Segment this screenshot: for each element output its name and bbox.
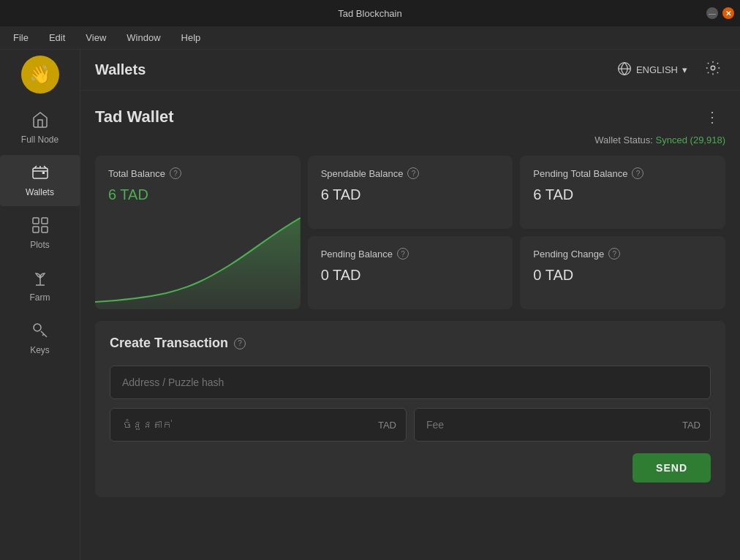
total-balance-label: Total Balance ? <box>108 167 287 179</box>
wallet-status-label: Wallet Status: <box>594 135 653 145</box>
pending-total-balance-label: Pending Total Balance ? <box>533 167 712 179</box>
svg-rect-3 <box>33 227 39 232</box>
menu-edit[interactable]: Edit <box>45 29 69 46</box>
top-bar-controls: ENGLISH ▾ <box>611 56 725 84</box>
transaction-header: Create Transaction ? <box>110 336 711 351</box>
sidebar-item-wallets[interactable]: Wallets <box>0 155 80 206</box>
menu-view[interactable]: View <box>81 29 110 46</box>
right-panel: Wallets ENGLISH ▾ <box>80 50 740 560</box>
spendable-balance-value: 6 TAD <box>321 186 500 203</box>
balance-grid: Total Balance ? 6 TAD <box>95 156 725 309</box>
content-area: Tad Wallet ⋮ Wallet Status: Synced (29,9… <box>80 91 740 560</box>
total-balance-value: 6 TAD <box>108 186 287 203</box>
pending-balance-card: Pending Balance ? 0 TAD <box>308 236 513 309</box>
sidebar-label-wallets: Wallets <box>26 187 54 197</box>
app-logo: 👋 <box>21 56 59 94</box>
transaction-title: Create Transaction <box>110 336 228 351</box>
amount-row: TAD TAD <box>110 408 711 442</box>
window-controls: — ✕ <box>706 7 734 19</box>
plots-icon <box>31 216 49 237</box>
pending-balance-help[interactable]: ? <box>397 248 409 260</box>
svg-point-7 <box>711 66 715 70</box>
balance-chart <box>95 214 301 309</box>
sidebar-item-full-node[interactable]: Full Node <box>0 102 80 154</box>
close-button[interactable]: ✕ <box>722 7 734 19</box>
amount-unit: TAD <box>378 420 396 431</box>
send-button[interactable]: SEND <box>633 453 711 483</box>
fee-unit: TAD <box>682 420 701 431</box>
wallet-status-value: Synced (29,918) <box>656 135 725 145</box>
full-node-icon <box>31 111 49 132</box>
menu-bar: File Edit View Window Help <box>0 26 740 50</box>
keys-icon <box>31 322 49 342</box>
language-icon <box>617 61 632 78</box>
wallet-title: Tad Wallet <box>95 107 174 126</box>
chevron-down-icon: ▾ <box>682 64 687 75</box>
sidebar-label-keys: Keys <box>30 345 50 355</box>
app-body: 👋 Full Node <box>0 50 740 560</box>
address-input-wrap <box>110 366 711 399</box>
send-row: SEND <box>110 453 711 483</box>
sidebar-label-full-node: Full Node <box>21 135 58 145</box>
wallets-icon <box>31 164 49 184</box>
pending-total-balance-value: 6 TAD <box>533 186 712 203</box>
sidebar-label-plots: Plots <box>30 240 50 250</box>
sidebar: 👋 Full Node <box>0 50 80 560</box>
wallet-header: Tad Wallet ⋮ <box>95 105 725 129</box>
svg-rect-2 <box>42 218 48 224</box>
svg-rect-4 <box>42 227 48 232</box>
sidebar-item-farm[interactable]: Farm <box>0 260 80 311</box>
total-balance-help[interactable]: ? <box>170 167 181 179</box>
sidebar-nav: Full Node Wallets <box>0 102 80 364</box>
pending-change-help[interactable]: ? <box>608 248 620 260</box>
pending-change-value: 0 TAD <box>533 267 712 284</box>
pending-total-balance-help[interactable]: ? <box>632 167 643 179</box>
svg-rect-1 <box>33 218 39 224</box>
svg-rect-0 <box>33 168 48 178</box>
pending-total-balance-card: Pending Total Balance ? 6 TAD <box>520 156 725 229</box>
top-bar: Wallets ENGLISH ▾ <box>80 50 740 91</box>
transaction-section: Create Transaction ? TAD TAD <box>95 321 725 497</box>
pending-change-label: Pending Change ? <box>533 248 712 260</box>
svg-point-5 <box>34 324 41 331</box>
app-title: Tad Blockchain <box>338 8 401 19</box>
address-input[interactable] <box>110 366 711 399</box>
menu-file[interactable]: File <box>9 29 33 46</box>
pending-change-card: Pending Change ? 0 TAD <box>520 236 725 309</box>
spendable-balance-help[interactable]: ? <box>407 167 419 179</box>
menu-window[interactable]: Window <box>122 29 165 46</box>
sidebar-item-keys[interactable]: Keys <box>0 313 80 364</box>
spendable-balance-card: Spendable Balance ? 6 TAD <box>308 156 513 229</box>
sidebar-item-plots[interactable]: Plots <box>0 208 80 259</box>
settings-button[interactable] <box>701 56 725 84</box>
wallet-status: Wallet Status: Synced (29,918) <box>95 135 725 145</box>
fee-input[interactable] <box>414 408 711 442</box>
total-balance-card: Total Balance ? 6 TAD <box>95 156 301 309</box>
amount-input-wrap: TAD <box>110 408 407 442</box>
amount-input[interactable] <box>110 408 407 442</box>
language-label: ENGLISH <box>636 64 678 75</box>
fee-input-wrap: TAD <box>414 408 711 442</box>
title-bar: Tad Blockchain — ✕ <box>0 0 740 26</box>
minimize-button[interactable]: — <box>706 7 718 19</box>
wallet-menu-button[interactable]: ⋮ <box>699 105 725 129</box>
pending-balance-label: Pending Balance ? <box>321 248 500 260</box>
page-title: Wallets <box>95 61 611 78</box>
sidebar-label-farm: Farm <box>30 292 50 303</box>
language-button[interactable]: ENGLISH ▾ <box>611 57 693 83</box>
farm-icon <box>31 269 49 290</box>
pending-balance-value: 0 TAD <box>321 267 500 284</box>
spendable-balance-label: Spendable Balance ? <box>321 167 500 179</box>
menu-help[interactable]: Help <box>177 29 205 46</box>
gear-icon <box>705 64 721 79</box>
transaction-help[interactable]: ? <box>234 338 246 349</box>
